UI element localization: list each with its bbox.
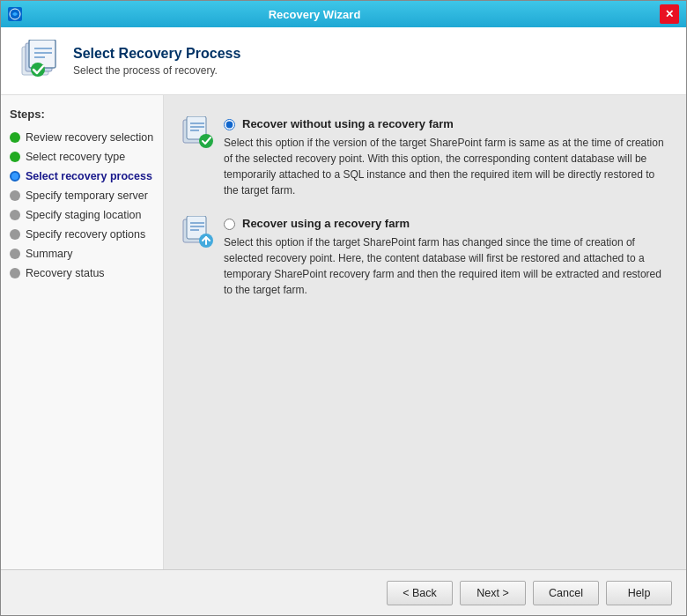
dot-specify-staging [10,210,20,220]
app-icon [8,7,22,21]
option-desc-no-farm: Select this option if the version of the… [224,135,669,198]
titlebar: Recovery Wizard ✕ [1,1,686,27]
sidebar-item-select-type[interactable]: Select recovery type [1,147,163,167]
titlebar-left [8,7,22,21]
dot-recovery-status [10,268,20,278]
sidebar-label-recovery-status: Recovery status [26,267,105,279]
option-content-no-farm: Recover without using a recovery farm Se… [224,116,669,198]
sidebar-item-specify-staging[interactable]: Specify staging location [1,205,163,225]
dot-select-process [10,171,20,182]
sidebar: Steps: Review recovery selection Select … [1,95,164,569]
help-button[interactable]: Help [606,581,672,605]
sidebar-label-select-process: Select recovery process [26,170,152,182]
sidebar-item-review[interactable]: Review recovery selection [1,128,163,147]
main-panel: Recover without using a recovery farm Se… [164,95,686,569]
sidebar-label-review: Review recovery selection [26,131,153,144]
sidebar-label-specify-options: Specify recovery options [26,228,145,241]
sidebar-item-select-process[interactable]: Select recovery process [1,167,163,186]
header-title: Select Recovery Process [73,46,240,62]
next-button[interactable]: Next > [460,581,526,605]
sidebar-label-select-type: Select recovery type [26,151,125,163]
sidebar-item-specify-options[interactable]: Specify recovery options [1,225,163,244]
header-section: Select Recovery Process Select the proce… [1,27,686,95]
option-icon-no-farm [181,116,213,148]
content-area: Steps: Review recovery selection Select … [1,95,686,569]
option-header-with-farm: Recover using a recovery farm [224,216,669,230]
sidebar-item-summary[interactable]: Summary [1,244,163,263]
header-text: Select Recovery Process Select the proce… [73,46,240,77]
radio-with-farm[interactable] [224,219,235,230]
radio-no-farm[interactable] [224,119,235,130]
back-button[interactable]: < Back [387,581,453,605]
footer: < Back Next > Cancel Help [1,569,686,615]
main-window: Recovery Wizard ✕ Select Recovery Proces… [0,0,687,616]
option-title-no-farm: Recover without using a recovery farm [242,117,454,130]
sidebar-item-recovery-status[interactable]: Recovery status [1,263,163,283]
option-row-with-farm: Recover using a recovery farm Select thi… [181,216,669,298]
sidebar-label-specify-staging: Specify staging location [26,209,141,221]
option-content-with-farm: Recover using a recovery farm Select thi… [224,216,669,298]
sidebar-item-specify-temp[interactable]: Specify temporary server [1,186,163,205]
dot-select-type [10,152,20,162]
header-subtitle: Select the process of recovery. [73,64,240,77]
option-icon-with-farm [181,216,213,248]
option-row-no-farm: Recover without using a recovery farm Se… [181,116,669,198]
dot-review [10,132,20,143]
svg-rect-3 [29,40,55,68]
sidebar-label-summary: Summary [26,248,72,260]
dot-summary [10,249,20,259]
dot-specify-temp [10,190,20,201]
close-button[interactable]: ✕ [660,4,679,24]
svg-point-7 [199,134,213,148]
header-icon [18,40,61,82]
option-header-no-farm: Recover without using a recovery farm [224,116,669,130]
cancel-button[interactable]: Cancel [533,581,599,605]
option-title-with-farm: Recover using a recovery farm [242,217,410,230]
option-desc-with-farm: Select this option if the target SharePo… [224,234,669,298]
window-title: Recovery Wizard [22,8,607,21]
sidebar-label-specify-temp: Specify temporary server [26,189,148,202]
dot-specify-options [10,229,20,240]
steps-label: Steps: [1,108,163,128]
